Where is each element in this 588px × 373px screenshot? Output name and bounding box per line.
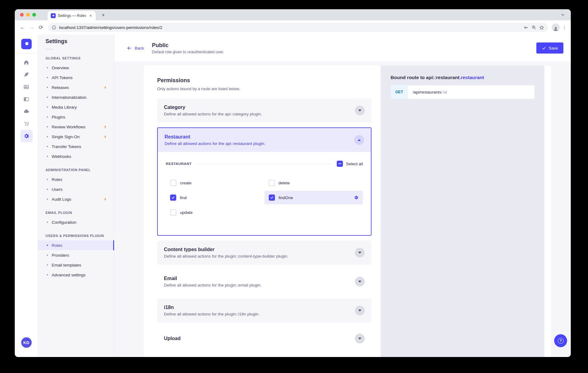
- password-key-icon[interactable]: [523, 25, 529, 30]
- expand-chevron-icon[interactable]: [355, 106, 365, 115]
- new-tab-button[interactable]: +: [99, 11, 107, 19]
- checkbox-update[interactable]: [170, 209, 176, 215]
- minimize-window-button[interactable]: [26, 13, 30, 17]
- user-avatar[interactable]: KD: [21, 337, 32, 348]
- accordion-header-email[interactable]: EmailDefine all allowed actions for the …: [157, 270, 371, 294]
- accordion-upload: Upload: [157, 327, 371, 350]
- permission-row-delete[interactable]: delete: [264, 176, 363, 190]
- back-link[interactable]: Back: [127, 46, 144, 51]
- save-label: Save: [549, 46, 558, 50]
- tab-search-chevron-icon[interactable]: [559, 11, 566, 18]
- sidebar-item-label: Single Sign-On: [52, 134, 80, 139]
- accordion-header-upload[interactable]: Upload: [157, 327, 371, 350]
- sidebar-item-email-templates[interactable]: Email templates: [38, 260, 114, 270]
- accordion-header-i18n[interactable]: i18nDefine all allowed actions for the p…: [157, 299, 371, 323]
- sidebar-item-review-workflows[interactable]: Review Workflows: [38, 122, 114, 132]
- permission-row-update[interactable]: update: [166, 206, 264, 219]
- bookmark-star-icon[interactable]: [539, 25, 544, 30]
- sidebar-item-configuration[interactable]: Configuration: [38, 217, 114, 227]
- browser-toolbar: ← → ⟳ localhost:1337/admin/settings/user…: [15, 20, 571, 34]
- sidebar-item-audit-logs[interactable]: Audit Logs: [38, 194, 114, 204]
- advanced-settings-cog-icon[interactable]: [354, 195, 359, 200]
- sidebar-item-roles[interactable]: Roles: [38, 240, 114, 250]
- page-header: Back Public Default role given to unauth…: [114, 34, 571, 62]
- marketplace-cart-icon[interactable]: [20, 118, 33, 130]
- chevron-triangle: [358, 281, 361, 283]
- checkbox-delete[interactable]: [269, 180, 275, 186]
- maximize-window-button[interactable]: [32, 13, 36, 17]
- address-bar[interactable]: localhost:1337/admin/settings/users-perm…: [48, 23, 548, 32]
- home-icon[interactable]: [20, 56, 33, 68]
- accordion-title-block: CategoryDefine all allowed actions for t…: [164, 105, 262, 116]
- sidebar-item-releases[interactable]: Releases: [38, 82, 114, 92]
- checkbox-findone[interactable]: [269, 195, 275, 201]
- sidebar-item-advanced-settings[interactable]: Advanced settings: [38, 270, 114, 280]
- sidebar-item-roles[interactable]: Roles: [38, 174, 114, 184]
- expand-chevron-icon[interactable]: [355, 248, 365, 258]
- browser-menu-icon[interactable]: ⋮: [561, 23, 568, 32]
- lightning-icon: [103, 197, 107, 201]
- route-path-main: /api/restaurants: [413, 90, 441, 94]
- forward-navigation-icon[interactable]: →: [27, 23, 36, 32]
- browser-tab-strip: Settings — Roles | Strapi × +: [15, 9, 571, 20]
- back-navigation-icon[interactable]: ←: [18, 23, 27, 32]
- sidebar-item-internationalization[interactable]: Internationalization: [38, 92, 114, 102]
- checkbox-create[interactable]: [170, 180, 176, 186]
- sidebar-item-overview[interactable]: Overview: [38, 63, 114, 73]
- strapi-favicon-icon: [51, 13, 56, 18]
- accordion-header-restaurant[interactable]: RestaurantDefine all allowed actions for…: [158, 128, 371, 152]
- sidebar-item-webhooks[interactable]: Webhooks: [38, 151, 114, 161]
- bullet-icon: [47, 97, 48, 98]
- sidebar-item-transfer-tokens[interactable]: Transfer Tokens: [38, 142, 114, 151]
- accordion-description: Define all allowed actions for the plugi…: [164, 283, 261, 287]
- zoom-page-icon[interactable]: [531, 25, 536, 30]
- save-button[interactable]: Save: [536, 42, 563, 54]
- browser-tab[interactable]: Settings — Roles | Strapi ×: [48, 11, 96, 20]
- collapse-chevron-icon[interactable]: [354, 135, 364, 145]
- select-all-label: Select all: [346, 162, 363, 166]
- checkbox-find[interactable]: [170, 195, 176, 201]
- sidebar-item-users[interactable]: Users: [38, 184, 114, 194]
- sidebar-item-single-sign-on[interactable]: Single Sign-On: [38, 132, 114, 142]
- sidebar-item-media-library[interactable]: Media Library: [38, 102, 114, 112]
- bullet-icon: [47, 255, 48, 256]
- browser-profile-avatar[interactable]: [552, 23, 560, 31]
- permission-label: find: [180, 195, 187, 200]
- accordion-title-block: RestaurantDefine all allowed actions for…: [165, 134, 265, 146]
- route-path: /api/restaurants/:id: [408, 90, 447, 94]
- sidebar-item-plugins[interactable]: Plugins: [38, 112, 114, 122]
- expand-chevron-icon[interactable]: [355, 306, 365, 315]
- accordion-header-category[interactable]: CategoryDefine all allowed actions for t…: [157, 98, 371, 122]
- bullet-icon: [47, 274, 48, 275]
- deploy-cloud-icon[interactable]: [20, 105, 33, 118]
- sidebar-item-label: Advanced settings: [52, 273, 85, 277]
- chevron-triangle: [358, 310, 361, 311]
- accordion-title-block: i18nDefine all allowed actions for the p…: [164, 305, 260, 316]
- strapi-logo[interactable]: [21, 39, 32, 49]
- content-manager-icon[interactable]: [20, 68, 33, 81]
- bullet-icon: [47, 245, 48, 246]
- sidebar-item-providers[interactable]: Providers: [38, 250, 114, 260]
- reload-icon[interactable]: ⟳: [36, 23, 46, 32]
- settings-gear-icon[interactable]: [20, 130, 33, 142]
- close-window-button[interactable]: [20, 13, 24, 17]
- site-info-icon[interactable]: [52, 25, 56, 30]
- select-all-checkbox[interactable]: [337, 161, 343, 167]
- close-tab-icon[interactable]: ×: [88, 13, 93, 18]
- select-all-control[interactable]: Select all: [337, 161, 363, 167]
- media-library-icon[interactable]: [20, 81, 33, 93]
- permission-label: findOne: [279, 195, 293, 200]
- permission-row-create[interactable]: create: [166, 176, 264, 190]
- page-subtitle: Default role given to unauthenticated us…: [152, 50, 224, 54]
- url-text[interactable]: localhost:1337/admin/settings/users-perm…: [59, 25, 521, 30]
- permission-section-label: RESTAURANT: [166, 162, 192, 166]
- sidebar-item-api-tokens[interactable]: API Tokens: [38, 73, 114, 82]
- permission-row-find[interactable]: find: [166, 191, 264, 204]
- content-type-builder-icon[interactable]: [20, 93, 33, 105]
- help-button[interactable]: ?: [554, 334, 567, 347]
- expand-chevron-icon[interactable]: [355, 277, 365, 287]
- back-label[interactable]: Back: [135, 46, 144, 50]
- accordion-header-content-types-builder[interactable]: Content types builderDefine all allowed …: [157, 241, 371, 265]
- permission-row-findone[interactable]: findOne: [264, 191, 363, 204]
- expand-chevron-icon[interactable]: [355, 334, 365, 343]
